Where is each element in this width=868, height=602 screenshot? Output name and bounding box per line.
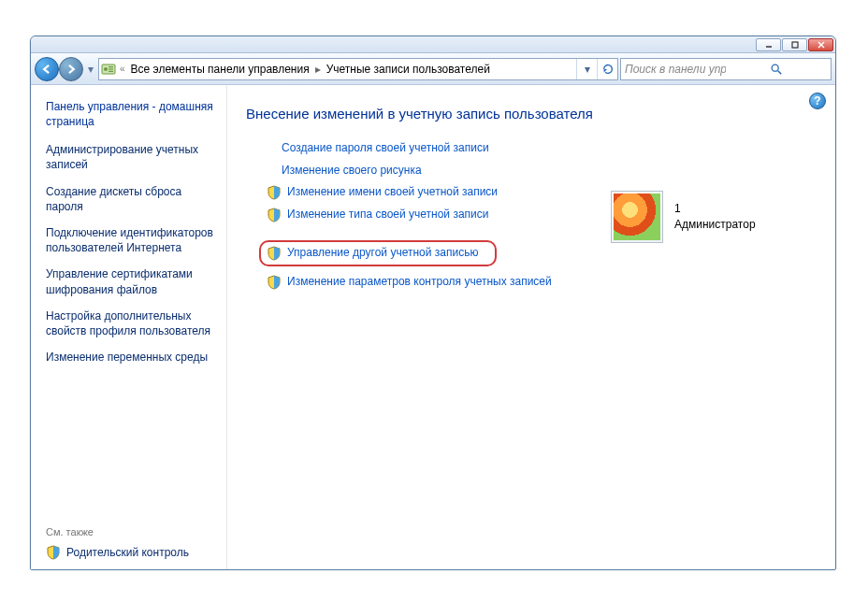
main-content: Внесение изменений в учетную запись поль… [227,85,835,569]
breadcrumb-overflow[interactable]: « [118,64,127,74]
control-panel-icon [99,62,118,77]
breadcrumb-dropdown[interactable]: ▾ [576,59,597,79]
address-bar[interactable]: « Все элементы панели управления ▸ Учетн… [98,58,618,80]
user-info: 1 Администратор [674,201,756,233]
user-name: 1 [674,201,756,217]
window-body: ? Панель управления - домашняя страница … [31,85,835,569]
svg-point-9 [772,64,778,71]
sidebar-link-admin-accounts[interactable]: Администрирование учетных записей [46,142,217,172]
shield-icon [267,275,282,290]
user-role: Администратор [674,217,756,233]
task-list: Создание пароля своей учетной записи Изм… [246,138,583,294]
control-panel-window: ▾ « Все элементы панели управления ▸ Уче… [30,36,836,570]
back-button[interactable] [35,57,59,81]
search-icon[interactable] [726,63,827,76]
current-user-tile[interactable]: 1 Администратор [611,138,817,294]
avatar-frame [611,191,663,243]
shield-icon [46,545,61,560]
page-title: Внесение изменений в учетную запись поль… [246,106,817,122]
svg-line-10 [778,70,782,74]
refresh-button[interactable] [597,59,617,79]
svg-rect-8 [108,70,113,71]
shield-icon [267,246,282,261]
task-create-password[interactable]: Создание пароля своей учетной записи [261,138,583,159]
sidebar-link-env-vars[interactable]: Изменение переменных среды [46,350,217,365]
svg-rect-6 [108,66,113,67]
sidebar-link-online-ids[interactable]: Подключение идентификаторов пользователе… [46,225,217,255]
task-change-uac[interactable]: Изменение параметров контроля учетных за… [261,272,583,293]
task-manage-other-account[interactable]: Управление другой учетной записью [259,240,497,266]
titlebar [31,36,835,53]
sidebar-link-advanced-profile[interactable]: Настройка дополнительных свойств профиля… [46,308,217,338]
svg-rect-7 [108,68,113,69]
search-placeholder: Поиск в панели управления [625,63,726,76]
task-change-type[interactable]: Изменение типа своей учетной записи [261,205,583,225]
sidebar-link-label: Родительский контроль [66,546,189,559]
close-button[interactable] [808,38,833,51]
navbar: ▾ « Все элементы панели управления ▸ Уче… [31,53,835,85]
breadcrumb-segment-all[interactable]: Все элементы панели управления [127,63,313,76]
breadcrumb-segment-users[interactable]: Учетные записи пользователей [323,63,494,76]
help-button[interactable]: ? [809,93,826,109]
search-input[interactable]: Поиск в панели управления [620,58,832,80]
sidebar-link-parental-control[interactable]: Родительский контроль [46,545,217,560]
svg-rect-1 [792,42,798,48]
svg-point-5 [104,67,108,71]
sidebar-link-password-reset-disk[interactable]: Создание дискеты сброса пароля [46,184,217,214]
forward-button[interactable] [59,57,83,81]
sidebar-link-encryption-certs[interactable]: Управление сертификатами шифрования файл… [46,266,217,296]
nav-history-dropdown[interactable]: ▾ [85,63,96,76]
see-also-label: См. также [46,526,217,538]
sidebar-home-link[interactable]: Панель управления - домашняя страница [46,100,217,129]
chevron-right-icon: ▸ [313,63,323,76]
avatar [614,194,660,240]
minimize-button[interactable] [756,38,781,51]
task-change-picture[interactable]: Изменение своего рисунка [261,161,583,181]
maximize-button[interactable] [782,38,807,51]
sidebar: Панель управления - домашняя страница Ад… [31,85,227,569]
shield-icon [267,208,282,222]
task-change-name[interactable]: Изменение имени своей учетной записи [261,182,583,203]
shield-icon [267,185,282,200]
